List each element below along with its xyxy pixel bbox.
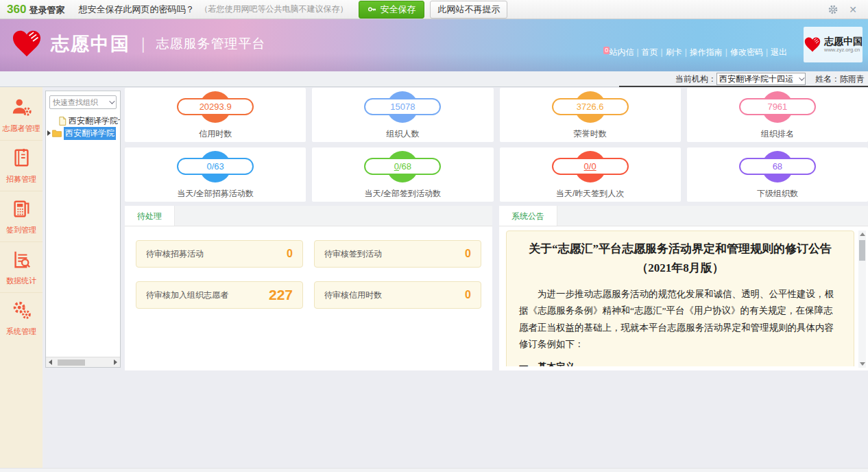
scrollbar-thumb[interactable] (58, 359, 85, 366)
stat-card-recruit-activities: 0/63 当天/全部招募活动数 (125, 148, 306, 202)
pending-grid: 待审核招募活动 0 待审核签到活动 0 待审核加入组织志愿者 227 待审核 (125, 226, 492, 322)
close-icon[interactable]: ✕ (849, 4, 857, 15)
data-stats-icon (11, 249, 32, 270)
stat-label: 信用时数 (199, 128, 232, 140)
current-org-select[interactable]: 西安翻译学院十四运 (716, 73, 806, 85)
stat-value-pill: 15078 (364, 98, 441, 115)
stat-card-org-rank: 7961 组织排名 (687, 88, 868, 142)
current-org-label: 当前机构： (675, 73, 716, 85)
sidebar-item-label: 数据统计 (0, 276, 43, 286)
sidebar-item-label: 签到管理 (0, 225, 43, 235)
stat-card-checkin-people: 0/0 当天/昨天签到人次 (500, 148, 681, 202)
stat-label: 荣誉时数 (574, 128, 607, 140)
pending-item-volunteer-join-review[interactable]: 待审核加入组织志愿者 227 (136, 281, 303, 309)
tree-item-org-file[interactable]: 西安翻译学院十四 (46, 115, 120, 127)
scroll-right-icon[interactable] (114, 359, 117, 365)
lower-panels: 待处理 待审核招募活动 0 待审核签到活动 0 待审核加入组织志愿者 (125, 206, 868, 370)
nav-change-password-link[interactable]: 修改密码 (730, 47, 771, 57)
bottom-strip (0, 468, 868, 472)
stat-card-sub-orgs: 68 下级组织数 (687, 148, 868, 202)
sidebar-item-label: 系统管理 (0, 327, 43, 337)
current-org-value: 西安翻译学院十四运 (719, 73, 799, 85)
stat-value-pill: 0/68 (364, 158, 441, 175)
sidebar-item-system-management[interactable]: 系统管理 (0, 293, 43, 343)
file-icon (58, 117, 67, 126)
settings-gear-icon[interactable] (828, 5, 838, 14)
stat-card-checkin-activities: 0/68 当天/全部签到活动数 (312, 148, 493, 202)
360-logo: 360登录管家 (7, 3, 64, 16)
nav-logout-link[interactable]: 退出 (771, 47, 787, 57)
user-name: 姓名：陈雨青 (815, 73, 865, 85)
corner-logo-url: www.zyz.org.cn (824, 47, 863, 53)
org-search-select[interactable]: 快速查找组织 (49, 95, 117, 109)
stat-value-pill: 7961 (739, 98, 816, 115)
pending-count: 0 (465, 248, 471, 260)
nav-home-link[interactable]: 首页 (642, 47, 666, 57)
main-area: 志愿者管理 招募管理 签到管理 (0, 87, 868, 468)
pending-item-credit-hours-review[interactable]: 待审核信用时数 0 (314, 281, 481, 309)
stat-label: 当天/昨天签到人次 (556, 188, 624, 200)
announcement-panel: 系统公告 关于“志愿汇”平台志愿服务活动界定和管理规则的修订公告 （2021年8… (499, 206, 868, 370)
stat-label: 组织人数 (386, 128, 419, 140)
sidebar-item-recruit-management[interactable]: 招募管理 (0, 141, 43, 191)
key-icon (367, 5, 376, 14)
announcement-tabstrip: 系统公告 (499, 206, 868, 226)
tree-item-label: 西安翻译学院十四 (69, 115, 121, 127)
announcement-section-heading: 一、基本定义 (519, 361, 841, 366)
sidebar-item-checkin-management[interactable]: 签到管理 (0, 191, 43, 242)
pending-count: 0 (287, 248, 293, 260)
nav-guide-link[interactable]: 操作指南 (690, 47, 730, 57)
heart-logo-small-icon (804, 36, 821, 53)
recruit-manage-icon (11, 148, 32, 168)
tree-item-org-folder[interactable]: 西安翻译学院 (46, 127, 120, 139)
announcement-paragraph: 为进一步推动志愿服务活动的规范化发展和诚信、透明、公平性建设，根据《志愿服务条例… (519, 286, 841, 353)
stat-card-org-members: 15078 组织人数 (312, 88, 493, 142)
stat-label: 下级组织数 (757, 188, 798, 200)
scroll-up-icon[interactable] (860, 233, 865, 236)
pending-count: 0 (465, 289, 471, 301)
no-prompt-button[interactable]: 此网站不再提示 (430, 1, 507, 19)
left-sidebar: 志愿者管理 招募管理 签到管理 (0, 87, 43, 468)
save-password-hint: （若您使用网吧等公共电脑不建议保存） (200, 3, 348, 15)
stat-cards-grid: 20293.9 信用时数 15078 组织人数 3726.6 荣誉时数 7961 (125, 88, 868, 202)
checkin-manage-icon (11, 198, 32, 219)
stat-value-pill: 68 (739, 158, 816, 175)
platform-title: 志愿中国 (51, 32, 130, 56)
scrollbar-thumb[interactable] (859, 240, 865, 261)
sidebar-item-volunteer-management[interactable]: 志愿者管理 (0, 90, 43, 141)
nav-swipe-card-link[interactable]: 刷卡 (666, 47, 690, 57)
stat-value-pill: 0/0 (552, 158, 629, 175)
stat-label: 组织排名 (761, 128, 794, 140)
announcement-card: 关于“志愿汇”平台志愿服务活动界定和管理规则的修订公告 （2021年8月版） 为… (506, 231, 854, 366)
context-bar: 当前机构： 西安翻译学院十四运 姓名：陈雨青 (0, 71, 868, 87)
pending-panel: 待处理 待审核招募活动 0 待审核签到活动 0 待审核加入组织志愿者 (125, 206, 492, 370)
tree-horizontal-scrollbar[interactable] (46, 357, 120, 367)
platform-subtitle: 志愿服务管理平台 (156, 35, 266, 53)
title-divider: ｜ (136, 34, 151, 54)
stat-value-pill: 20293.9 (177, 98, 254, 115)
announcement-scrollbar[interactable] (858, 231, 866, 368)
org-tree-panel: 快速查找组织 西安翻译学院十四 西安翻译学院 (45, 91, 121, 368)
sidebar-item-label: 招募管理 (0, 174, 43, 185)
dashboard-column: 20293.9 信用时数 15078 组织人数 3726.6 荣誉时数 7961 (125, 88, 868, 468)
pending-item-recruit-review[interactable]: 待审核招募活动 0 (136, 240, 303, 268)
tab-system-announcement[interactable]: 系统公告 (499, 206, 557, 226)
nav-messages-link[interactable]: 站内信 (609, 47, 641, 57)
pending-count: 227 (269, 287, 293, 303)
tab-pending[interactable]: 待处理 (125, 206, 175, 226)
announcement-title: 关于“志愿汇”平台志愿服务活动界定和管理规则的修订公告 （2021年8月版） (519, 239, 841, 278)
folder-icon (52, 129, 62, 137)
scroll-down-icon[interactable] (860, 362, 865, 366)
save-password-question: 想安全保存此网页的密码吗？ (78, 3, 194, 16)
safe-save-button[interactable]: 安全保存 (359, 1, 424, 19)
stat-label: 当天/全部招募活动数 (177, 188, 253, 200)
announcement-body: 关于“志愿汇”平台志愿服务活动界定和管理规则的修订公告 （2021年8月版） 为… (499, 226, 868, 366)
app-header: 志愿中国 ｜ 志愿服务管理平台 0站内信首页刷卡操作指南修改密码退出 志愿中国 … (0, 19, 868, 71)
pending-item-checkin-review[interactable]: 待审核签到活动 0 (314, 240, 481, 268)
scroll-left-icon[interactable] (49, 359, 52, 365)
context-bar-underline (619, 86, 868, 87)
content-area: 快速查找组织 西安翻译学院十四 西安翻译学院 (43, 87, 868, 468)
sidebar-item-data-statistics[interactable]: 数据统计 (0, 242, 43, 293)
chevron-down-icon (799, 75, 804, 80)
expand-arrow-icon[interactable] (47, 130, 51, 136)
